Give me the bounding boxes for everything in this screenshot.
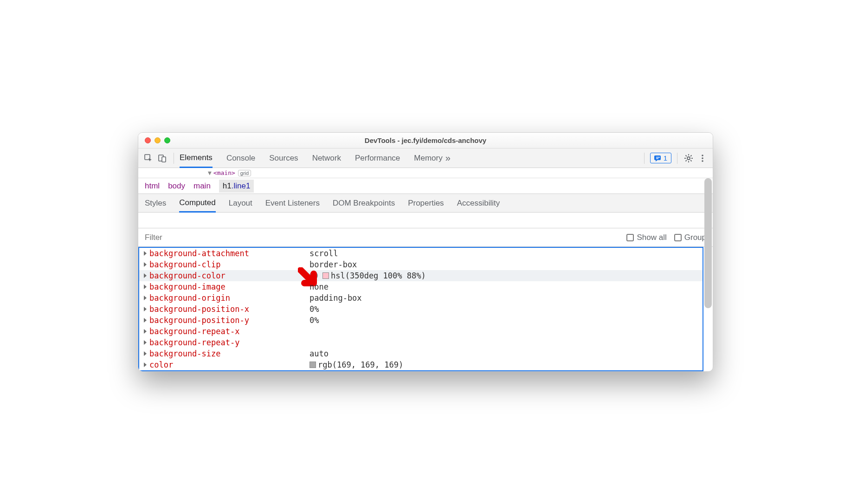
computed-property-row[interactable]: background-sizeauto bbox=[139, 348, 703, 359]
property-name: background-size bbox=[149, 349, 309, 358]
computed-property-row[interactable]: background-position-x0% bbox=[139, 304, 703, 315]
subpanel-spacer bbox=[138, 213, 713, 228]
svg-line-13 bbox=[690, 155, 691, 156]
tab-performance[interactable]: Performance bbox=[355, 149, 400, 168]
subtab-properties[interactable]: Properties bbox=[408, 194, 444, 212]
svg-rect-4 bbox=[656, 158, 658, 159]
more-tabs-icon[interactable]: » bbox=[445, 149, 451, 168]
computed-property-row[interactable]: background-repeat-x bbox=[139, 326, 703, 337]
property-name: background-color bbox=[149, 271, 309, 280]
expand-triangle-icon[interactable] bbox=[144, 318, 147, 323]
computed-property-row[interactable]: colorrgb(169, 169, 169) bbox=[139, 359, 703, 370]
property-value: auto bbox=[309, 349, 329, 358]
color-swatch-icon[interactable] bbox=[309, 362, 316, 368]
sidepanel-tabs: Styles Computed Layout Event Listeners D… bbox=[138, 194, 713, 213]
filter-row: Show all Group bbox=[138, 228, 713, 247]
expand-triangle-icon[interactable] bbox=[144, 307, 147, 311]
expand-triangle-icon[interactable] bbox=[144, 351, 147, 356]
breadcrumb-item[interactable]: body bbox=[168, 181, 185, 191]
svg-rect-2 bbox=[162, 157, 166, 162]
gear-icon[interactable] bbox=[683, 153, 694, 164]
tab-network[interactable]: Network bbox=[312, 149, 341, 168]
titlebar: DevTools - jec.fyi/demo/cds-anchovy bbox=[138, 133, 713, 149]
toolbar-divider bbox=[677, 153, 677, 164]
computed-property-row[interactable]: background-attachmentscroll bbox=[139, 248, 703, 259]
tab-memory[interactable]: Memory bbox=[414, 149, 442, 168]
computed-property-row[interactable]: background-clipborder-box bbox=[139, 259, 703, 270]
grid-badge[interactable]: grid bbox=[238, 170, 251, 176]
expand-triangle-icon[interactable] bbox=[144, 262, 147, 267]
svg-point-15 bbox=[702, 157, 703, 159]
elements-tree-row[interactable]: ▼ <main> grid bbox=[138, 168, 713, 178]
expand-triangle-icon[interactable] bbox=[144, 329, 147, 334]
goto-source-icon[interactable] bbox=[309, 271, 318, 280]
inspect-icon[interactable] bbox=[143, 153, 154, 164]
main-toolbar: Elements Console Sources Network Perform… bbox=[138, 149, 713, 168]
subtab-accessibility[interactable]: Accessibility bbox=[457, 194, 500, 212]
toolbar-divider bbox=[644, 153, 645, 164]
scrollbar[interactable] bbox=[704, 178, 712, 308]
panel-tabs: Elements Console Sources Network Perform… bbox=[180, 149, 443, 168]
subtab-dom-breakpoints[interactable]: DOM Breakpoints bbox=[333, 194, 395, 212]
svg-point-14 bbox=[702, 155, 703, 156]
property-value: 0% bbox=[309, 304, 319, 314]
expand-triangle-icon[interactable] bbox=[144, 296, 147, 300]
property-value: none bbox=[309, 282, 329, 291]
property-name: background-repeat-x bbox=[149, 327, 309, 336]
property-name: background-position-y bbox=[149, 316, 309, 325]
computed-property-row[interactable]: background-colorhsl(350deg 100% 88%) bbox=[139, 270, 703, 281]
svg-line-12 bbox=[686, 160, 687, 161]
device-toggle-icon[interactable] bbox=[157, 153, 168, 164]
breadcrumb-item-selected[interactable]: h1.line1 bbox=[219, 180, 254, 193]
computed-property-row[interactable]: background-originpadding-box bbox=[139, 292, 703, 304]
group-checkbox[interactable]: Group bbox=[674, 233, 706, 242]
window-title: DevTools - jec.fyi/demo/cds-anchovy bbox=[138, 136, 713, 144]
checkbox-icon bbox=[674, 234, 682, 241]
property-name: background-repeat-y bbox=[149, 338, 309, 347]
property-value: border-box bbox=[309, 260, 357, 269]
property-value: rgb(169, 169, 169) bbox=[309, 360, 403, 369]
expand-triangle-icon[interactable] bbox=[144, 273, 147, 278]
checkbox-icon bbox=[626, 234, 634, 241]
expand-triangle-icon[interactable] bbox=[144, 362, 147, 367]
property-name: background-origin bbox=[149, 293, 309, 303]
kebab-icon[interactable] bbox=[697, 153, 708, 164]
toolbar-divider bbox=[174, 153, 174, 164]
property-value: hsl(350deg 100% 88%) bbox=[309, 271, 426, 280]
breadcrumbs: html body main h1.line1 bbox=[138, 178, 713, 194]
breadcrumb-item[interactable]: html bbox=[145, 181, 160, 191]
property-name: background-position-x bbox=[149, 304, 309, 314]
subtab-layout[interactable]: Layout bbox=[229, 194, 252, 212]
svg-point-16 bbox=[702, 160, 703, 162]
property-value: padding-box bbox=[309, 293, 362, 303]
expand-triangle-icon[interactable] bbox=[144, 284, 147, 289]
property-value: 0% bbox=[309, 316, 319, 325]
expand-triangle-icon[interactable] bbox=[144, 251, 147, 256]
zoom-icon[interactable] bbox=[164, 137, 170, 143]
filter-input[interactable] bbox=[145, 233, 619, 242]
property-value: scroll bbox=[309, 249, 338, 258]
minimize-icon[interactable] bbox=[155, 137, 161, 143]
computed-property-row[interactable]: background-position-y0% bbox=[139, 315, 703, 326]
tag-name: main bbox=[217, 169, 232, 176]
close-icon[interactable] bbox=[145, 137, 151, 143]
property-name: color bbox=[149, 360, 309, 369]
tab-elements[interactable]: Elements bbox=[180, 149, 213, 168]
color-swatch-icon[interactable] bbox=[322, 272, 329, 279]
svg-rect-3 bbox=[656, 157, 660, 158]
expand-triangle-icon[interactable] bbox=[144, 340, 147, 345]
computed-property-row[interactable]: background-repeat-y bbox=[139, 337, 703, 348]
computed-property-row[interactable]: background-imagenone bbox=[139, 281, 703, 292]
traffic-lights bbox=[145, 137, 170, 143]
breadcrumb-item[interactable]: main bbox=[193, 181, 211, 191]
issues-badge[interactable]: 1 bbox=[650, 153, 671, 163]
expand-caret-icon[interactable]: ▼ bbox=[208, 169, 212, 176]
subtab-computed[interactable]: Computed bbox=[179, 194, 215, 213]
issues-count: 1 bbox=[664, 154, 667, 162]
show-all-checkbox[interactable]: Show all bbox=[626, 233, 666, 242]
subtab-event-listeners[interactable]: Event Listeners bbox=[265, 194, 320, 212]
tab-console[interactable]: Console bbox=[226, 149, 255, 168]
subtab-styles[interactable]: Styles bbox=[145, 194, 166, 212]
svg-line-11 bbox=[690, 160, 691, 161]
tab-sources[interactable]: Sources bbox=[269, 149, 298, 168]
